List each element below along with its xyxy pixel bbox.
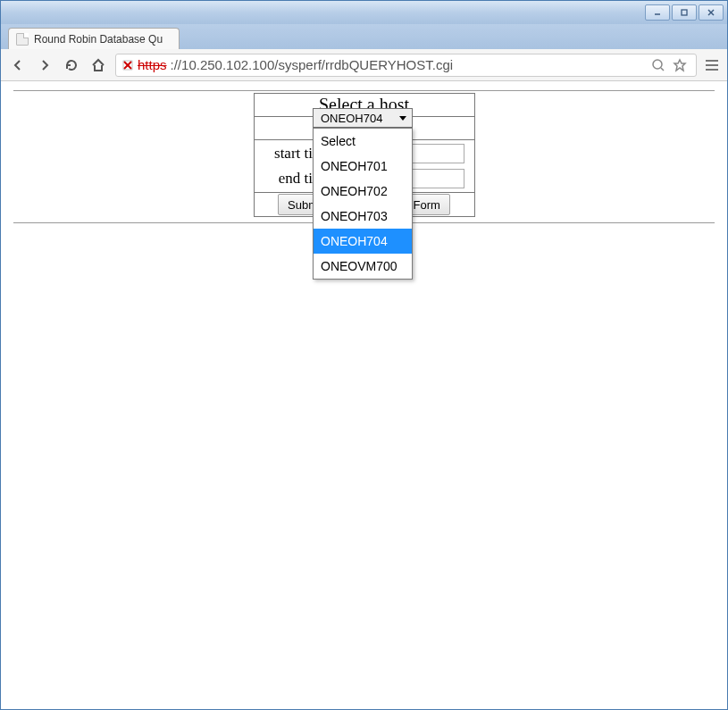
tab-title: Round Robin Database Qu	[34, 33, 163, 46]
top-rule	[13, 90, 715, 91]
browser-toolbar: https://10.250.102.100/sysperf/rrdbQUERY…	[1, 49, 727, 81]
minimize-button[interactable]	[645, 4, 670, 21]
reload-button[interactable]	[62, 55, 81, 75]
ssl-warning-icon	[121, 59, 134, 71]
url-protocol: https	[138, 57, 167, 72]
dropdown-option[interactable]: ONEOH704	[314, 229, 412, 254]
home-button[interactable]	[88, 55, 108, 75]
dropdown-option[interactable]: ONEOH701	[314, 154, 412, 179]
svg-line-8	[661, 68, 664, 71]
url-path: ://10.250.102.100/sysperf/rrdbQUERYHOST.…	[171, 57, 454, 72]
maximize-button[interactable]	[672, 4, 697, 21]
zoom-icon[interactable]	[651, 58, 665, 72]
dropdown-option[interactable]: ONEOVM700	[314, 254, 412, 279]
back-button[interactable]	[8, 55, 28, 75]
svg-marker-9	[674, 60, 685, 71]
page-content: Select a host start time: end time:	[1, 81, 727, 709]
browser-tab[interactable]: Round Robin Database Qu	[8, 28, 180, 49]
bookmark-star-icon[interactable]	[673, 58, 687, 72]
menu-button[interactable]	[704, 58, 720, 72]
window-titlebar	[1, 1, 727, 24]
svg-rect-1	[682, 10, 687, 15]
dropdown-option[interactable]: ONEOH703	[314, 204, 412, 229]
close-button[interactable]	[699, 4, 724, 21]
address-bar[interactable]: https://10.250.102.100/sysperf/rrdbQUERY…	[115, 54, 697, 77]
dropdown-option[interactable]: Select	[314, 129, 412, 154]
window-controls	[643, 3, 725, 22]
chevron-down-icon	[399, 116, 406, 121]
forward-button[interactable]	[35, 55, 54, 75]
host-select[interactable]: ONEOH704	[313, 108, 413, 128]
tab-strip: Round Robin Database Qu	[1, 24, 727, 49]
host-select-value: ONEOH704	[321, 112, 382, 125]
host-select-dropdown[interactable]: SelectONEOH701ONEOH702ONEOH703ONEOH704ON…	[313, 128, 413, 280]
address-actions	[651, 58, 690, 72]
page-icon	[16, 33, 29, 46]
svg-point-7	[653, 60, 662, 69]
browser-window: Round Robin Database Qu https://10.250.1…	[0, 0, 728, 710]
dropdown-option[interactable]: ONEOH702	[314, 179, 412, 204]
